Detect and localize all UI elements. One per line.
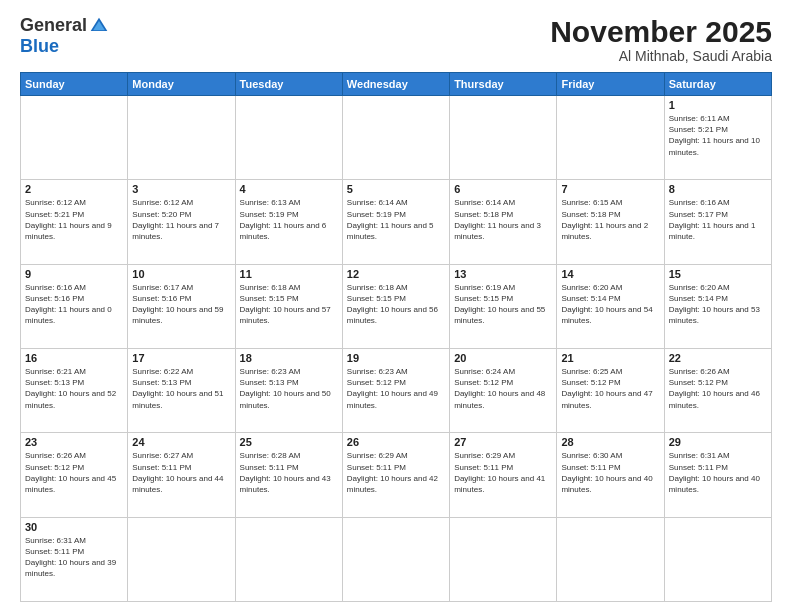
day-number-6: 6: [454, 183, 552, 195]
day-4: 4 Sunrise: 6:13 AMSunset: 5:19 PMDayligh…: [235, 180, 342, 264]
logo-general-text: General: [20, 15, 87, 36]
day-number-16: 16: [25, 352, 123, 364]
day-number-19: 19: [347, 352, 445, 364]
day-14: 14 Sunrise: 6:20 AMSunset: 5:14 PMDaylig…: [557, 264, 664, 348]
day-number-22: 22: [669, 352, 767, 364]
day-number-18: 18: [240, 352, 338, 364]
day-number-26: 26: [347, 436, 445, 448]
day-5: 5 Sunrise: 6:14 AMSunset: 5:19 PMDayligh…: [342, 180, 449, 264]
day-number-8: 8: [669, 183, 767, 195]
calendar-row-6: 30 Sunrise: 6:31 AMSunset: 5:11 PMDaylig…: [21, 517, 772, 601]
day-number-29: 29: [669, 436, 767, 448]
empty-cell: [235, 517, 342, 601]
day-number-25: 25: [240, 436, 338, 448]
day-info-4: Sunrise: 6:13 AMSunset: 5:19 PMDaylight:…: [240, 197, 338, 242]
empty-cell: [557, 96, 664, 180]
day-number-13: 13: [454, 268, 552, 280]
day-number-24: 24: [132, 436, 230, 448]
calendar-row-5: 23 Sunrise: 6:26 AMSunset: 5:12 PMDaylig…: [21, 433, 772, 517]
day-info-30: Sunrise: 6:31 AMSunset: 5:11 PMDaylight:…: [25, 535, 123, 580]
day-number-1: 1: [669, 99, 767, 111]
logo-text: General: [20, 15, 109, 36]
day-number-28: 28: [561, 436, 659, 448]
day-number-5: 5: [347, 183, 445, 195]
day-info-3: Sunrise: 6:12 AMSunset: 5:20 PMDaylight:…: [132, 197, 230, 242]
header-tuesday: Tuesday: [235, 73, 342, 96]
header-friday: Friday: [557, 73, 664, 96]
day-info-6: Sunrise: 6:14 AMSunset: 5:18 PMDaylight:…: [454, 197, 552, 242]
day-number-30: 30: [25, 521, 123, 533]
day-22: 22 Sunrise: 6:26 AMSunset: 5:12 PMDaylig…: [664, 348, 771, 432]
day-info-11: Sunrise: 6:18 AMSunset: 5:15 PMDaylight:…: [240, 282, 338, 327]
day-20: 20 Sunrise: 6:24 AMSunset: 5:12 PMDaylig…: [450, 348, 557, 432]
day-info-14: Sunrise: 6:20 AMSunset: 5:14 PMDaylight:…: [561, 282, 659, 327]
day-info-24: Sunrise: 6:27 AMSunset: 5:11 PMDaylight:…: [132, 450, 230, 495]
day-info-19: Sunrise: 6:23 AMSunset: 5:12 PMDaylight:…: [347, 366, 445, 411]
empty-cell: [128, 96, 235, 180]
day-12: 12 Sunrise: 6:18 AMSunset: 5:15 PMDaylig…: [342, 264, 449, 348]
day-info-9: Sunrise: 6:16 AMSunset: 5:16 PMDaylight:…: [25, 282, 123, 327]
empty-cell: [664, 517, 771, 601]
day-6: 6 Sunrise: 6:14 AMSunset: 5:18 PMDayligh…: [450, 180, 557, 264]
empty-cell: [21, 96, 128, 180]
day-13: 13 Sunrise: 6:19 AMSunset: 5:15 PMDaylig…: [450, 264, 557, 348]
day-info-22: Sunrise: 6:26 AMSunset: 5:12 PMDaylight:…: [669, 366, 767, 411]
day-9: 9 Sunrise: 6:16 AMSunset: 5:16 PMDayligh…: [21, 264, 128, 348]
day-info-8: Sunrise: 6:16 AMSunset: 5:17 PMDaylight:…: [669, 197, 767, 242]
day-number-12: 12: [347, 268, 445, 280]
empty-cell: [450, 517, 557, 601]
day-29: 29 Sunrise: 6:31 AMSunset: 5:11 PMDaylig…: [664, 433, 771, 517]
logo-icon: [89, 16, 109, 36]
day-number-10: 10: [132, 268, 230, 280]
day-info-2: Sunrise: 6:12 AMSunset: 5:21 PMDaylight:…: [25, 197, 123, 242]
day-info-26: Sunrise: 6:29 AMSunset: 5:11 PMDaylight:…: [347, 450, 445, 495]
day-info-1: Sunrise: 6:11 AMSunset: 5:21 PMDaylight:…: [669, 113, 767, 158]
day-info-29: Sunrise: 6:31 AMSunset: 5:11 PMDaylight:…: [669, 450, 767, 495]
logo-blue-text: Blue: [20, 36, 59, 57]
day-number-9: 9: [25, 268, 123, 280]
day-18: 18 Sunrise: 6:23 AMSunset: 5:13 PMDaylig…: [235, 348, 342, 432]
day-number-11: 11: [240, 268, 338, 280]
empty-cell: [342, 96, 449, 180]
day-number-4: 4: [240, 183, 338, 195]
empty-cell: [450, 96, 557, 180]
day-10: 10 Sunrise: 6:17 AMSunset: 5:16 PMDaylig…: [128, 264, 235, 348]
day-number-27: 27: [454, 436, 552, 448]
day-19: 19 Sunrise: 6:23 AMSunset: 5:12 PMDaylig…: [342, 348, 449, 432]
day-info-27: Sunrise: 6:29 AMSunset: 5:11 PMDaylight:…: [454, 450, 552, 495]
day-28: 28 Sunrise: 6:30 AMSunset: 5:11 PMDaylig…: [557, 433, 664, 517]
day-number-23: 23: [25, 436, 123, 448]
day-info-5: Sunrise: 6:14 AMSunset: 5:19 PMDaylight:…: [347, 197, 445, 242]
header-sunday: Sunday: [21, 73, 128, 96]
day-number-15: 15: [669, 268, 767, 280]
header-thursday: Thursday: [450, 73, 557, 96]
day-25: 25 Sunrise: 6:28 AMSunset: 5:11 PMDaylig…: [235, 433, 342, 517]
day-info-17: Sunrise: 6:22 AMSunset: 5:13 PMDaylight:…: [132, 366, 230, 411]
empty-cell: [342, 517, 449, 601]
day-info-10: Sunrise: 6:17 AMSunset: 5:16 PMDaylight:…: [132, 282, 230, 327]
day-24: 24 Sunrise: 6:27 AMSunset: 5:11 PMDaylig…: [128, 433, 235, 517]
header-wednesday: Wednesday: [342, 73, 449, 96]
day-16: 16 Sunrise: 6:21 AMSunset: 5:13 PMDaylig…: [21, 348, 128, 432]
day-info-15: Sunrise: 6:20 AMSunset: 5:14 PMDaylight:…: [669, 282, 767, 327]
header: General Blue November 2025 Al Mithnab, S…: [20, 15, 772, 64]
day-info-25: Sunrise: 6:28 AMSunset: 5:11 PMDaylight:…: [240, 450, 338, 495]
logo: General Blue: [20, 15, 109, 57]
day-number-14: 14: [561, 268, 659, 280]
day-info-16: Sunrise: 6:21 AMSunset: 5:13 PMDaylight:…: [25, 366, 123, 411]
empty-cell: [235, 96, 342, 180]
day-number-17: 17: [132, 352, 230, 364]
day-1: 1 Sunrise: 6:11 AMSunset: 5:21 PMDayligh…: [664, 96, 771, 180]
weekday-header-row: Sunday Monday Tuesday Wednesday Thursday…: [21, 73, 772, 96]
day-15: 15 Sunrise: 6:20 AMSunset: 5:14 PMDaylig…: [664, 264, 771, 348]
day-21: 21 Sunrise: 6:25 AMSunset: 5:12 PMDaylig…: [557, 348, 664, 432]
day-2: 2 Sunrise: 6:12 AMSunset: 5:21 PMDayligh…: [21, 180, 128, 264]
day-11: 11 Sunrise: 6:18 AMSunset: 5:15 PMDaylig…: [235, 264, 342, 348]
day-30: 30 Sunrise: 6:31 AMSunset: 5:11 PMDaylig…: [21, 517, 128, 601]
day-23: 23 Sunrise: 6:26 AMSunset: 5:12 PMDaylig…: [21, 433, 128, 517]
day-info-28: Sunrise: 6:30 AMSunset: 5:11 PMDaylight:…: [561, 450, 659, 495]
day-number-21: 21: [561, 352, 659, 364]
day-26: 26 Sunrise: 6:29 AMSunset: 5:11 PMDaylig…: [342, 433, 449, 517]
calendar-row-4: 16 Sunrise: 6:21 AMSunset: 5:13 PMDaylig…: [21, 348, 772, 432]
day-number-20: 20: [454, 352, 552, 364]
